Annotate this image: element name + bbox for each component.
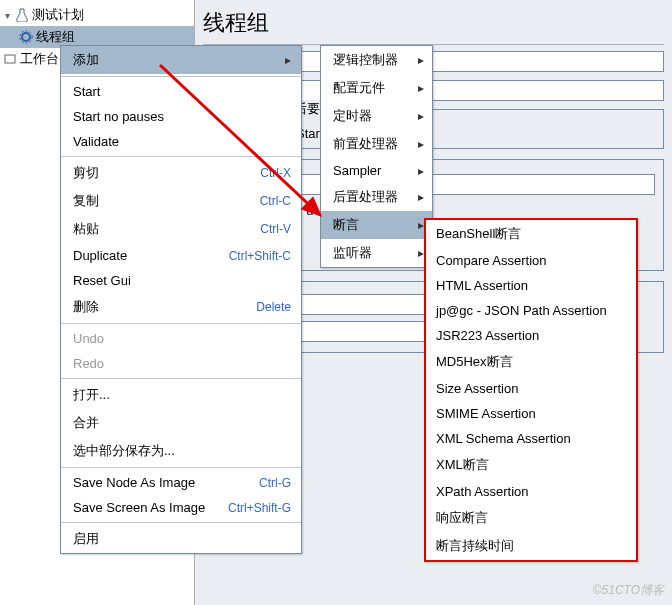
menu-item[interactable]: Start no pauses	[61, 104, 301, 129]
tree-root-label: 测试计划	[32, 6, 84, 24]
gear-icon	[18, 29, 34, 45]
menu-item[interactable]: DuplicateCtrl+Shift-C	[61, 243, 301, 268]
submenu-arrow-icon: ▸	[418, 53, 424, 67]
menu-item-label: Save Screen As Image	[73, 500, 205, 515]
menu-item-label: jp@gc - JSON Path Assertion	[436, 303, 607, 318]
menu-item[interactable]: Size Assertion	[426, 376, 636, 401]
menu-item-label: Sampler	[333, 163, 381, 178]
menu-item-label: XML Schema Assertion	[436, 431, 571, 446]
menu-item[interactable]: 添加▸	[61, 46, 301, 74]
menu-item[interactable]: JSR223 Assertion	[426, 323, 636, 348]
menu-item[interactable]: XPath Assertion	[426, 479, 636, 504]
collapse-icon[interactable]: ▾	[2, 10, 12, 21]
square-icon	[2, 51, 18, 67]
menu-item-label: HTML Assertion	[436, 278, 528, 293]
menu-item[interactable]: 合并	[61, 409, 301, 437]
menu-item[interactable]: 后置处理器▸	[321, 183, 432, 211]
watermark: ©51CTO博客	[593, 582, 664, 599]
context-menu: 添加▸StartStart no pausesValidate剪切Ctrl-X复…	[60, 45, 302, 554]
submenu-arrow-icon: ▸	[418, 109, 424, 123]
menu-item-label: 前置处理器	[333, 135, 398, 153]
menu-item[interactable]: 断言持续时间	[426, 532, 636, 560]
flask-icon	[14, 7, 30, 23]
menu-item[interactable]: SMIME Assertion	[426, 401, 636, 426]
menu-item[interactable]: jp@gc - JSON Path Assertion	[426, 298, 636, 323]
menu-item: Undo	[61, 326, 301, 351]
submenu-arrow-icon: ▸	[418, 137, 424, 151]
page-title: 线程组	[203, 8, 664, 38]
menu-item: Redo	[61, 351, 301, 376]
menu-item-label: Compare Assertion	[436, 253, 547, 268]
add-submenu: 逻辑控制器▸配置元件▸定时器▸前置处理器▸Sampler▸后置处理器▸断言▸监听…	[320, 45, 433, 268]
menu-item-label: 合并	[73, 414, 99, 432]
tree-root[interactable]: ▾ 测试计划	[0, 4, 194, 26]
menu-separator	[61, 323, 301, 324]
menu-item[interactable]: Sampler▸	[321, 158, 432, 183]
menu-shortcut: Ctrl-V	[260, 222, 291, 236]
menu-item[interactable]: 定时器▸	[321, 102, 432, 130]
assertion-submenu: BeanShell断言Compare AssertionHTML Asserti…	[424, 218, 638, 562]
menu-item[interactable]: Start	[61, 79, 301, 104]
menu-item[interactable]: Compare Assertion	[426, 248, 636, 273]
menu-item[interactable]: 监听器▸	[321, 239, 432, 267]
menu-separator	[61, 76, 301, 77]
menu-item-label: Duplicate	[73, 248, 127, 263]
menu-separator	[61, 522, 301, 523]
comment-input[interactable]	[249, 80, 664, 101]
menu-item-label: BeanShell断言	[436, 225, 521, 243]
name-input[interactable]	[249, 51, 664, 72]
menu-item-label: SMIME Assertion	[436, 406, 536, 421]
menu-item[interactable]: 配置元件▸	[321, 74, 432, 102]
menu-item[interactable]: Save Node As ImageCtrl-G	[61, 470, 301, 495]
submenu-arrow-icon: ▸	[418, 190, 424, 204]
menu-item[interactable]: Reset Gui	[61, 268, 301, 293]
menu-item-label: 打开...	[73, 386, 110, 404]
menu-shortcut: Ctrl-G	[259, 476, 291, 490]
submenu-arrow-icon: ▸	[418, 81, 424, 95]
menu-item[interactable]: 剪切Ctrl-X	[61, 159, 301, 187]
menu-item[interactable]: XML断言	[426, 451, 636, 479]
loop-input[interactable]	[244, 174, 655, 195]
menu-item[interactable]: 选中部分保存为...	[61, 437, 301, 465]
menu-item[interactable]: 响应断言	[426, 504, 636, 532]
menu-shortcut: Ctrl+Shift-G	[228, 501, 291, 515]
menu-item[interactable]: HTML Assertion	[426, 273, 636, 298]
menu-item[interactable]: 打开...	[61, 381, 301, 409]
menu-item[interactable]: 前置处理器▸	[321, 130, 432, 158]
menu-item-label: Redo	[73, 356, 104, 371]
menu-item[interactable]: MD5Hex断言	[426, 348, 636, 376]
menu-item-label: 剪切	[73, 164, 99, 182]
menu-item-label: 启用	[73, 530, 99, 548]
menu-shortcut: Ctrl-C	[260, 194, 291, 208]
menu-item-label: 添加	[73, 51, 99, 69]
submenu-arrow-icon: ▸	[285, 53, 291, 67]
menu-item-label: 断言持续时间	[436, 537, 514, 555]
menu-item-label: 监听器	[333, 244, 372, 262]
menu-item-label: Start no pauses	[73, 109, 164, 124]
menu-item[interactable]: BeanShell断言	[426, 220, 636, 248]
menu-item[interactable]: Save Screen As ImageCtrl+Shift-G	[61, 495, 301, 520]
menu-item[interactable]: 删除Delete	[61, 293, 301, 321]
menu-item-label: 定时器	[333, 107, 372, 125]
menu-item[interactable]: 粘贴Ctrl-V	[61, 215, 301, 243]
menu-item-label: 删除	[73, 298, 99, 316]
svg-rect-2	[5, 55, 15, 63]
menu-shortcut: Delete	[256, 300, 291, 314]
menu-item[interactable]: 复制Ctrl-C	[61, 187, 301, 215]
menu-item[interactable]: 断言▸	[321, 211, 432, 239]
menu-item-label: Size Assertion	[436, 381, 518, 396]
menu-item[interactable]: Validate	[61, 129, 301, 154]
menu-item-label: JSR223 Assertion	[436, 328, 539, 343]
tree-workbench-label: 工作台	[20, 50, 59, 68]
menu-item[interactable]: 启用	[61, 525, 301, 553]
menu-item-label: 响应断言	[436, 509, 488, 527]
svg-point-0	[22, 33, 30, 41]
menu-item[interactable]: 逻辑控制器▸	[321, 46, 432, 74]
menu-item-label: 选中部分保存为...	[73, 442, 175, 460]
menu-item-label: Validate	[73, 134, 119, 149]
menu-item-label: 粘贴	[73, 220, 99, 238]
menu-item-label: Reset Gui	[73, 273, 131, 288]
menu-item-label: 后置处理器	[333, 188, 398, 206]
menu-item[interactable]: XML Schema Assertion	[426, 426, 636, 451]
menu-item-label: 复制	[73, 192, 99, 210]
